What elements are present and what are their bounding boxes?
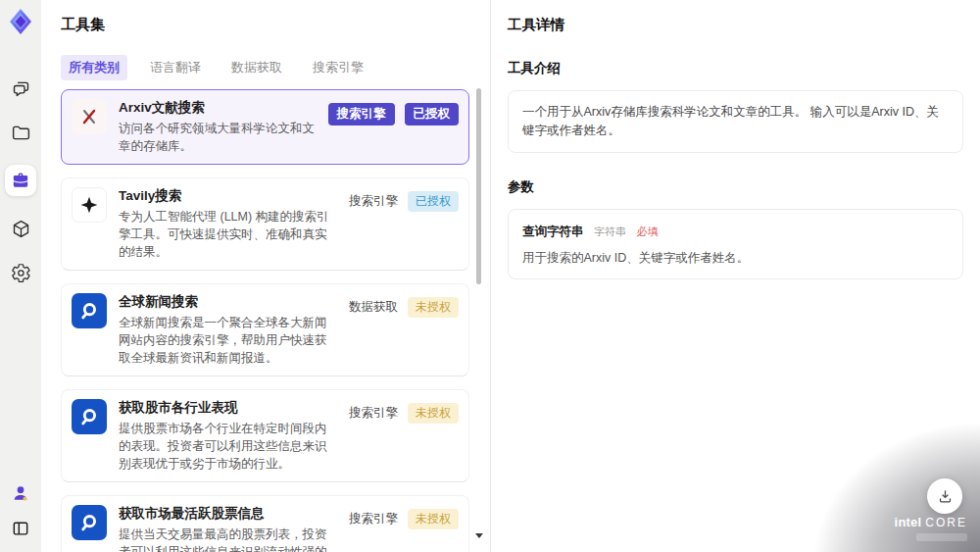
tool-list-panel: 工具集 所有类别语言翻译数据获取搜索引擎 Arxiv文献搜索 访问各个研究领域大… bbox=[41, 0, 490, 552]
download-icon bbox=[937, 488, 954, 505]
page-title: 工具集 bbox=[61, 16, 490, 34]
param-required-badge: 必填 bbox=[636, 226, 658, 237]
auth-status-badge: 未授权 bbox=[408, 509, 459, 529]
param-header: 查询字符串 字符串 必填 bbox=[522, 222, 949, 240]
app-logo-icon bbox=[7, 8, 34, 35]
category-badge: 数据获取 bbox=[349, 299, 398, 316]
category-tabs: 所有类别语言翻译数据获取搜索引擎 bbox=[61, 55, 490, 80]
panel-toggle-icon[interactable] bbox=[9, 517, 32, 540]
auth-status-badge: 未授权 bbox=[408, 403, 459, 424]
param-box: 查询字符串 字符串 必填 用于搜索的Arxiv ID、关键字或作者姓名。 bbox=[508, 209, 963, 279]
intro-box: 一个用于从Arxiv存储库搜索科学论文和文章的工具。 输入可以是Arxiv ID… bbox=[508, 90, 963, 153]
tool-card[interactable]: 获取股市各行业表现 提供股票市场各个行业在特定时间段内的表现。投资者可以利用这些… bbox=[61, 389, 469, 482]
param-type: 字符串 bbox=[594, 226, 626, 237]
core-wordmark: core bbox=[925, 516, 967, 529]
tool-description: 提供当天交易量最高的股票列表，投资者可以利用这些信息来识别流动性强的股票和潜在的… bbox=[119, 526, 337, 552]
settings-gear-icon[interactable] bbox=[9, 261, 32, 284]
category-tab[interactable]: 所有类别 bbox=[61, 55, 127, 80]
tool-list: Arxiv文献搜索 访问各个研究领域大量科学论文和文章的存储库。 搜索引擎 已授… bbox=[61, 89, 469, 552]
intel-sub-badge bbox=[916, 533, 967, 541]
auth-status-badge: 未授权 bbox=[408, 297, 459, 318]
sidebar-bottom bbox=[9, 481, 32, 540]
tool-icon bbox=[72, 505, 107, 540]
category-badge: 搜索引擎 bbox=[328, 103, 395, 125]
user-avatar-icon[interactable] bbox=[9, 481, 32, 505]
sidebar bbox=[0, 0, 41, 552]
download-button[interactable] bbox=[927, 478, 962, 514]
tool-name: 获取股市各行业表现 bbox=[119, 399, 337, 417]
category-badge: 搜索引擎 bbox=[349, 405, 398, 422]
toolbox-icon[interactable] bbox=[5, 165, 36, 196]
tool-card[interactable]: 获取市场最活跃股票信息 提供当天交易量最高的股票列表，投资者可以利用这些信息来识… bbox=[61, 495, 469, 552]
chat-icon[interactable] bbox=[9, 76, 32, 100]
tool-icon bbox=[72, 99, 107, 134]
category-badge: 搜索引擎 bbox=[349, 511, 398, 527]
tool-description: 提供股票市场各个行业在特定时间段内的表现。投资者可以利用这些信息来识别表现优于或… bbox=[119, 420, 337, 473]
tool-card[interactable]: 全球新闻搜索 全球新闻搜索是一个聚合全球各大新闻网站内容的搜索引擎，帮助用户快速… bbox=[61, 283, 469, 376]
intel-core-logo: intelcore bbox=[895, 513, 967, 541]
tool-details-panel: 工具详情 工具介绍 一个用于从Arxiv存储库搜索科学论文和文章的工具。 输入可… bbox=[490, 0, 980, 552]
category-tab[interactable]: 数据获取 bbox=[223, 55, 290, 80]
tool-icon bbox=[72, 187, 107, 223]
category-badge: 搜索引擎 bbox=[349, 193, 398, 210]
tool-name: Arxiv文献搜索 bbox=[119, 99, 317, 117]
tool-description: 全球新闻搜索是一个聚合全球各大新闻网站内容的搜索引擎，帮助用户快速获取全球最新资… bbox=[119, 314, 337, 367]
params-heading: 参数 bbox=[508, 178, 963, 196]
intro-heading: 工具介绍 bbox=[508, 60, 963, 77]
auth-status-badge: 已授权 bbox=[408, 191, 459, 212]
sidebar-nav bbox=[5, 76, 36, 284]
cube-icon[interactable] bbox=[9, 217, 32, 240]
scroll-down-icon[interactable] bbox=[475, 533, 483, 538]
tool-card[interactable]: Arxiv文献搜索 访问各个研究领域大量科学论文和文章的存储库。 搜索引擎 已授… bbox=[61, 89, 469, 165]
category-tab[interactable]: 搜索引擎 bbox=[305, 55, 371, 80]
app-window: 工具集 所有类别语言翻译数据获取搜索引擎 Arxiv文献搜索 访问各个研究领域大… bbox=[0, 0, 980, 552]
tool-name: Tavily搜索 bbox=[119, 187, 337, 205]
tool-name: 获取市场最活跃股票信息 bbox=[119, 505, 337, 523]
tool-icon bbox=[72, 293, 107, 328]
scrollbar[interactable] bbox=[476, 84, 482, 546]
intel-wordmark: intel bbox=[895, 515, 922, 529]
param-name: 查询字符串 bbox=[522, 225, 584, 238]
details-title: 工具详情 bbox=[508, 16, 963, 34]
tool-description: 专为人工智能代理 (LLM) 构建的搜索引擎工具。可快速提供实时、准确和真实的结… bbox=[119, 208, 337, 261]
param-desc: 用于搜索的Arxiv ID、关键字或作者姓名。 bbox=[522, 249, 949, 267]
tool-name: 全球新闻搜索 bbox=[119, 293, 337, 311]
tool-icon bbox=[72, 399, 107, 434]
auth-status-badge: 已授权 bbox=[405, 103, 460, 125]
scrollbar-thumb[interactable] bbox=[476, 88, 481, 284]
category-tab[interactable]: 语言翻译 bbox=[142, 55, 209, 80]
tool-card[interactable]: Tavily搜索 专为人工智能代理 (LLM) 构建的搜索引擎工具。可快速提供实… bbox=[61, 177, 469, 271]
folder-icon[interactable] bbox=[9, 121, 32, 144]
tool-description: 访问各个研究领域大量科学论文和文章的存储库。 bbox=[119, 120, 317, 155]
intro-text: 一个用于从Arxiv存储库搜索科学论文和文章的工具。 输入可以是Arxiv ID… bbox=[522, 103, 949, 140]
